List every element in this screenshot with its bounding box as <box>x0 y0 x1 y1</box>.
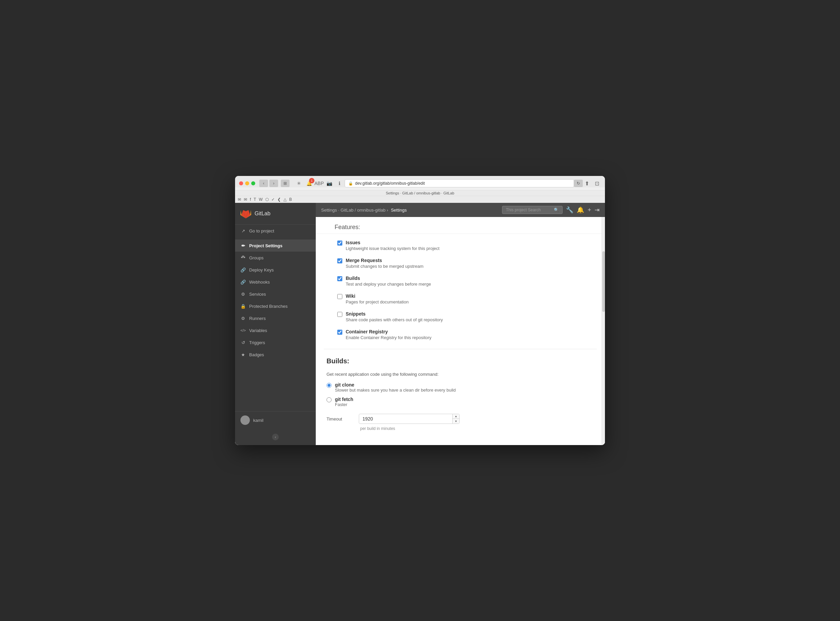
lock-icon: 🔒 <box>348 181 353 186</box>
spinner-controls: ▲ ▼ <box>452 414 459 424</box>
feature-item-issues: Issues Lightweight issue tracking system… <box>337 236 583 254</box>
timeout-label: Timeout <box>326 417 354 421</box>
sidebar-footer: kamil <box>235 411 316 429</box>
sidebar-item-groups[interactable]: Groups <box>235 251 316 264</box>
go-to-project-label: Go to project <box>249 229 274 233</box>
bookmark-mail2[interactable]: ✉ <box>244 197 247 202</box>
sidebar-item-label-badges: Badges <box>249 352 264 357</box>
issues-feature-text: Issues Lightweight issue tracking system… <box>346 240 440 251</box>
features-heading: Features: <box>326 221 594 232</box>
notifications-icon[interactable]: 🔔 <box>577 206 584 214</box>
spin-up-button[interactable]: ▲ <box>453 414 459 419</box>
sidebar-header: GitLab <box>235 203 316 225</box>
snippets-checkbox[interactable] <box>337 312 342 317</box>
sidebar-item-label-webhooks: Webhooks <box>249 280 270 285</box>
sidebar-item-deploy-keys[interactable]: 🔗 Deploy Keys <box>235 264 316 276</box>
timeout-input[interactable] <box>359 414 452 424</box>
deploy-keys-icon: 🔗 <box>240 267 246 273</box>
sign-out-icon[interactable]: ⇥ <box>595 206 600 214</box>
back-icon: ❮ <box>277 197 281 202</box>
bookmark-b[interactable]: B <box>289 197 292 202</box>
bookmark-github[interactable]: ⬡ <box>265 197 269 202</box>
puzzle-icon: ✳ <box>295 179 303 187</box>
feature-item-container-registry: Container Registry Enable Container Regi… <box>337 326 583 344</box>
wrench-icon[interactable]: 🔧 <box>566 206 573 214</box>
wiki-feature-text: Wiki Pages for project documentation <box>346 293 409 304</box>
sidebar-title: GitLab <box>255 211 270 217</box>
feature-item-snippets: Snippets Share code pastes with others o… <box>337 308 583 326</box>
wiki-checkbox[interactable] <box>337 294 342 299</box>
sidebar-toggle-icon[interactable]: ⊡ <box>593 179 601 187</box>
back-button[interactable]: ‹ <box>259 180 268 187</box>
triangle-icon: △ <box>284 197 287 202</box>
scrollbar-track[interactable] <box>601 217 605 445</box>
git-clone-text: git clone Slower but makes sure you have… <box>335 382 456 392</box>
variables-icon: </> <box>240 328 246 333</box>
git-fetch-radio[interactable] <box>326 397 332 402</box>
timeout-row: Timeout ▲ ▼ <box>326 414 594 424</box>
svg-rect-2 <box>242 256 244 257</box>
search-placeholder: This project Search <box>506 208 540 212</box>
share-icon[interactable]: ⬆ <box>583 179 591 187</box>
builds-desc-text: Get recent application code using the fo… <box>326 372 594 377</box>
snippets-name: Snippets <box>346 311 443 317</box>
builds-checkbox[interactable] <box>337 276 342 281</box>
collapse-sidebar-button[interactable]: ‹ <box>272 434 279 440</box>
bookmark-mail1[interactable]: ✉ <box>238 197 241 202</box>
git-fetch-label: git fetch <box>335 397 353 402</box>
webhooks-icon: 🔗 <box>240 279 246 285</box>
sidebar-item-badges[interactable]: ★ Badges <box>235 348 316 360</box>
breadcrumb-settings: Settings <box>391 208 406 213</box>
forward-button[interactable]: › <box>269 180 278 187</box>
wordpress-icon: W <box>259 197 263 202</box>
refresh-button[interactable]: ↻ <box>574 180 583 187</box>
github-icon: ⬡ <box>265 197 269 202</box>
triggers-icon: ↺ <box>240 340 246 345</box>
tab-overview-button[interactable]: ⊞ <box>281 180 290 187</box>
sidebar-item-go-to-project[interactable]: ↗ Go to project <box>235 225 316 237</box>
sidebar-item-runners[interactable]: ⚙ Runners <box>235 312 316 324</box>
project-settings-icon: ✏ <box>240 243 246 248</box>
merge-requests-feature-text: Merge Requests Submit changes to be merg… <box>346 257 423 269</box>
traffic-lights[interactable] <box>239 181 255 185</box>
maximize-button[interactable] <box>251 181 255 185</box>
sidebar-item-webhooks[interactable]: 🔗 Webhooks <box>235 276 316 288</box>
sidebar-item-protected-branches[interactable]: 🔒 Protected Branches <box>235 300 316 312</box>
container-registry-feature-text: Container Registry Enable Container Regi… <box>346 329 431 340</box>
minimize-button[interactable] <box>245 181 249 185</box>
issues-desc: Lightweight issue tracking system for th… <box>346 246 440 251</box>
add-icon[interactable]: + <box>588 206 591 214</box>
adblock-icon: ABP <box>315 179 323 187</box>
scrollbar-thumb[interactable] <box>602 251 605 312</box>
sidebar-item-label-runners: Runners <box>249 316 266 321</box>
address-bar[interactable]: 🔒 dev.gitlab.org/gitlab/omnibus-gitlab/e… <box>344 179 574 187</box>
git-clone-radio[interactable] <box>326 383 332 388</box>
sidebar-item-label-variables: Variables <box>249 328 267 333</box>
issues-checkbox[interactable] <box>337 241 342 245</box>
bookmark-triangle[interactable]: △ <box>284 197 287 202</box>
sidebar-item-triggers[interactable]: ↺ Triggers <box>235 336 316 348</box>
sidebar-item-variables[interactable]: </> Variables <box>235 324 316 336</box>
builds-section-title: Builds: <box>326 357 594 365</box>
bookmark-t[interactable]: T <box>254 197 256 202</box>
wiki-name: Wiki <box>346 293 409 299</box>
spin-down-button[interactable]: ▼ <box>453 419 459 424</box>
features-list: Issues Lightweight issue tracking system… <box>316 234 605 349</box>
container-registry-checkbox[interactable] <box>337 330 342 335</box>
merge-requests-checkbox[interactable] <box>337 258 342 264</box>
sidebar-item-label-deploy-keys: Deploy Keys <box>249 267 274 273</box>
sidebar-item-label-protected-branches: Protected Branches <box>249 304 287 309</box>
main-content: Settings · GitLab / omnibus-gitlab › Set… <box>316 203 605 445</box>
bookmark-facebook[interactable]: f <box>250 197 251 202</box>
sidebar-item-label-triggers: Triggers <box>249 340 265 345</box>
bookmark-back[interactable]: ❮ <box>277 197 281 202</box>
close-button[interactable] <box>239 181 243 185</box>
tumblr-icon: T <box>254 197 256 202</box>
merge-requests-desc: Submit changes to be merged upstream <box>346 264 423 269</box>
bookmark-check[interactable]: ✓ <box>271 197 275 202</box>
tab-title: Settings · GitLab / omnibus-gitlab · Git… <box>386 191 454 195</box>
badges-icon: ★ <box>240 352 246 357</box>
sidebar-item-services[interactable]: ⚙ Services <box>235 288 316 300</box>
sidebar-item-project-settings[interactable]: ✏ Project Settings <box>235 239 316 251</box>
bookmark-w[interactable]: W <box>259 197 263 202</box>
